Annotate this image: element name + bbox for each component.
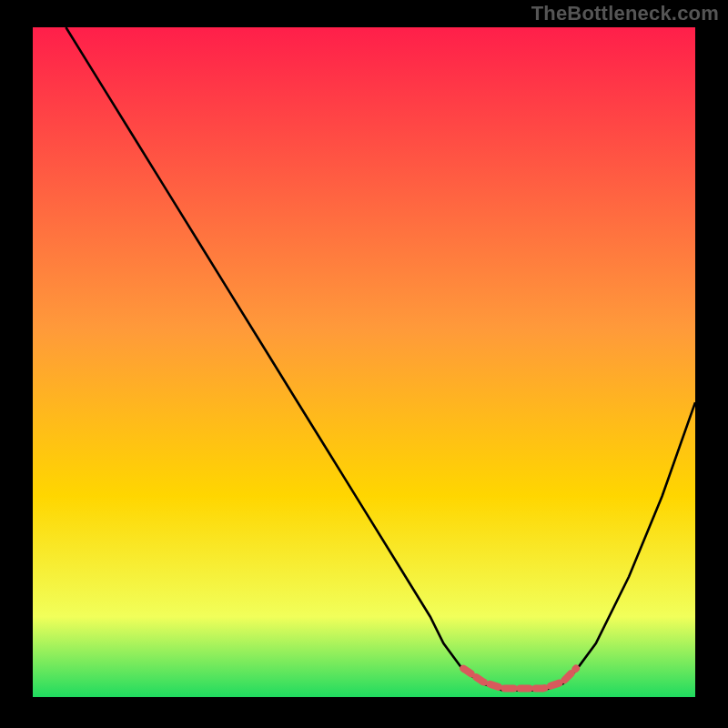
chart-plot-area bbox=[33, 27, 695, 697]
watermark-text: TheBottleneck.com bbox=[531, 2, 719, 25]
bottleneck-chart bbox=[0, 0, 728, 728]
chart-frame: TheBottleneck.com bbox=[0, 0, 728, 728]
